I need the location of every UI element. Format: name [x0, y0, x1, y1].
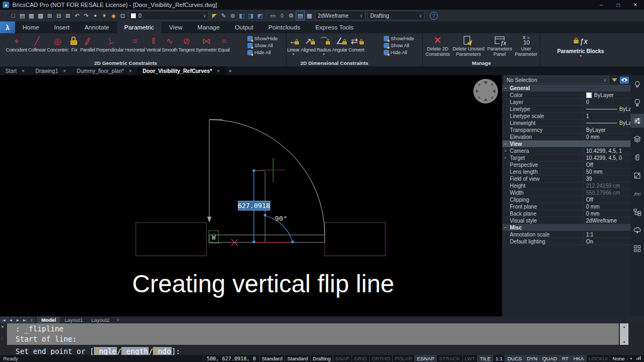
assistant-balloon-icon[interactable]: [631, 95, 644, 109]
property-row[interactable]: Visual style 2dWireframe: [502, 217, 631, 224]
visibility-button[interactable]: Hide All: [384, 50, 422, 55]
light-bulb-icon[interactable]: [631, 77, 644, 91]
parameters-fx-icon[interactable]: ƒ(x): [631, 187, 644, 201]
constraint-button[interactable]: Fix: [69, 34, 79, 53]
selection-dropdown[interactable]: No Selection: [504, 76, 609, 84]
constraint-button[interactable]: Collinear: [28, 34, 47, 53]
property-row[interactable]: Elevation 0 mm: [502, 134, 631, 141]
toolbar-icon[interactable]: [82, 11, 91, 20]
toolbar-icon[interactable]: [109, 11, 118, 20]
constraint-button[interactable]: Concentric: [46, 34, 69, 53]
ribbon-tab[interactable]: Pointclouds: [261, 21, 308, 33]
command-line-panel[interactable]: × ⁞ : _flipline Start of line: ▲ ▼ Set e…: [0, 323, 644, 355]
property-row[interactable]: Lineweight ByLayer: [502, 120, 631, 127]
navigation-wheel[interactable]: [473, 79, 498, 104]
command-keyword[interactable]: Length: [121, 347, 149, 356]
toolbar-icon[interactable]: [246, 11, 255, 20]
toolbar-icon[interactable]: [296, 11, 305, 20]
toolbar-icon[interactable]: [100, 11, 109, 20]
close-tab-icon[interactable]: [63, 68, 66, 74]
property-row[interactable]: − Misc: [502, 224, 631, 231]
layout-tab[interactable]: Layout2: [87, 316, 114, 323]
properties-sliders-icon[interactable]: [631, 114, 644, 128]
constraint-button[interactable]: Angular: [331, 34, 348, 56]
status-toggle[interactable]: DUCS: [504, 355, 524, 362]
drawing-viewport[interactable]: W 90° 627.0918: [0, 75, 502, 316]
render-hatch-icon[interactable]: [631, 168, 644, 182]
filter-icon[interactable]: [612, 78, 617, 82]
status-toggle[interactable]: LOCKUI: [586, 355, 610, 362]
status-toggle[interactable]: RT: [559, 355, 571, 362]
property-value[interactable]: Off: [586, 197, 593, 203]
status-toggle[interactable]: SNAP: [333, 355, 352, 362]
toolbar-icon[interactable]: [305, 11, 314, 20]
property-value[interactable]: 2dWireframe: [586, 218, 617, 224]
constraint-button[interactable]: Parallel: [79, 34, 96, 53]
property-row[interactable]: + Camera 10.4299, 4.5, 1: [502, 147, 631, 154]
status-toggle[interactable]: Standard: [259, 355, 285, 362]
property-row[interactable]: Annotation scale 1:1: [502, 231, 631, 238]
ribbon-tab[interactable]: Home: [15, 21, 47, 33]
close-tab-icon[interactable]: [129, 68, 132, 74]
scroll-down-icon[interactable]: ▼: [623, 340, 625, 344]
toolbar-icon[interactable]: [54, 11, 63, 20]
ribbon-tab[interactable]: Insert: [47, 21, 77, 33]
constraint-button[interactable]: Tangent: [178, 34, 195, 53]
status-toggle[interactable]: Drafting: [310, 355, 333, 362]
cloud-upload-icon[interactable]: [631, 223, 644, 237]
constraint-button[interactable]: Linear ▾: [287, 34, 300, 56]
status-toggle[interactable]: TILE: [477, 355, 493, 362]
close-tab-icon[interactable]: [217, 68, 220, 74]
help-icon[interactable]: [430, 12, 438, 20]
property-value[interactable]: 0: [586, 99, 589, 105]
status-toggle[interactable]: None: [610, 355, 627, 362]
layout-tab[interactable]: Model: [37, 316, 60, 323]
document-tab[interactable]: Start: [0, 67, 30, 75]
toolbar-icon[interactable]: [210, 11, 219, 20]
command-keyword[interactable]: Undo: [153, 347, 172, 356]
command-scrollbar[interactable]: ▲ ▼: [620, 323, 628, 345]
toolbar-icon[interactable]: [18, 11, 27, 20]
property-value[interactable]: 10.4299, 4.5, 0: [586, 155, 622, 161]
first-tab-icon[interactable]: |◀: [1, 317, 7, 323]
parametric-blocks-button[interactable]: Parametric Blocks ▾: [557, 35, 604, 58]
status-toggle[interactable]: GRID: [352, 355, 369, 362]
constraint-button[interactable]: Aligned: [300, 34, 316, 56]
toolbar-icon[interactable]: [118, 11, 127, 20]
ribbon-tab[interactable]: Parametric: [117, 21, 162, 33]
layout-tab[interactable]: Layout1: [60, 316, 87, 323]
document-tab[interactable]: Drawing1: [30, 67, 71, 75]
constraint-button[interactable]: Equal: [217, 34, 230, 53]
property-row[interactable]: Lens length 50 mm: [502, 168, 631, 175]
ribbon-tab[interactable]: View: [162, 21, 190, 33]
property-row[interactable]: Perspective Off: [502, 161, 631, 168]
close-icon[interactable]: [627, 0, 644, 10]
layers-icon[interactable]: [631, 132, 644, 146]
status-toggle[interactable]: ESNAP: [414, 355, 436, 362]
chevron-down-icon[interactable]: [627, 357, 635, 360]
constraint-button[interactable]: Horizontal: [125, 34, 146, 53]
visibility-button[interactable]: Show All: [247, 43, 286, 48]
property-row[interactable]: − General: [502, 85, 631, 92]
property-row[interactable]: Linetype scale 1: [502, 113, 631, 120]
toolbar-icon[interactable]: [45, 11, 54, 20]
quick-properties-eye-icon[interactable]: [620, 77, 629, 84]
close-icon[interactable]: ×: [1, 324, 4, 329]
maximize-icon[interactable]: [610, 0, 627, 10]
minimize-icon[interactable]: [592, 0, 610, 10]
status-toggle[interactable]: 1:1: [493, 355, 504, 362]
expand-toggle-icon[interactable]: −: [502, 225, 508, 230]
status-toggle[interactable]: Standard: [284, 355, 310, 362]
status-toggle[interactable]: ORTHO: [369, 355, 392, 362]
property-row[interactable]: Default lighting On: [502, 238, 631, 245]
property-value[interactable]: 212.24159 cm: [586, 183, 620, 189]
constraint-button[interactable]: Symmetric: [195, 34, 217, 53]
scroll-up-icon[interactable]: ▲: [623, 324, 625, 328]
toolbar-icon[interactable]: [27, 11, 36, 20]
command-prompt[interactable]: Set end point or [Angle/Length/Undo]:: [16, 347, 180, 356]
structure-tree-icon[interactable]: [631, 205, 644, 219]
cursor-coordinates[interactable]: 500, 627.0918, 0: [203, 356, 259, 361]
toolbar-icon[interactable]: [237, 11, 246, 20]
add-layout-button[interactable]: +: [114, 317, 122, 323]
command-keyword[interactable]: Angle: [94, 347, 117, 356]
